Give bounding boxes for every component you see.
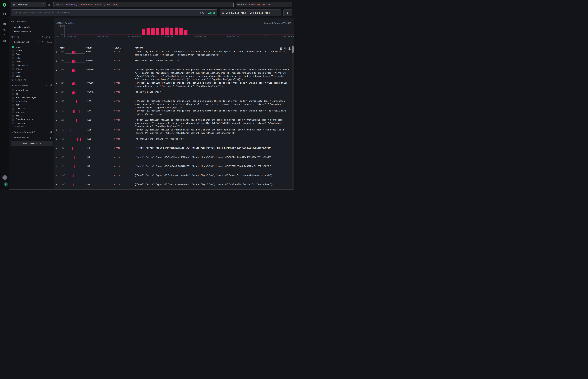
svg-text:9:30:00 AM: 9:30:00 AM — [227, 35, 239, 38]
svg-text:60: 60 — [62, 165, 64, 167]
svg-text:60: 60 — [62, 138, 64, 140]
svg-text:60: 60 — [62, 110, 64, 112]
svg-text:Sep 11 3:30:00 PM: Sep 11 3:30:00 PM — [55, 35, 76, 38]
svg-text:120: 120 — [61, 119, 64, 121]
svg-text:22K: 22K — [61, 69, 64, 71]
svg-text:180: 180 — [61, 100, 64, 102]
svg-text:6:00:00 AM: 6:00:00 AM — [194, 35, 206, 38]
svg-text:11:00:00 PM: 11:00:00 PM — [128, 35, 141, 38]
svg-text:60: 60 — [62, 184, 64, 186]
svg-text:22K: 22K — [61, 51, 64, 53]
svg-text:24K: 24K — [61, 60, 64, 62]
svg-text:2:30:00 AM: 2:30:00 AM — [161, 35, 173, 38]
svg-text:22K: 22K — [61, 91, 64, 93]
svg-text:7:30:00 PM: 7:30:00 PM — [95, 35, 108, 38]
svg-text:3:30:00 PM: 3:30:00 PM — [281, 35, 294, 38]
svg-text:60: 60 — [62, 147, 64, 149]
svg-text:60: 60 — [62, 156, 64, 158]
svg-text:22K: 22K — [61, 82, 64, 84]
svg-text:80K: 80K — [59, 25, 63, 27]
svg-text:60: 60 — [62, 174, 64, 177]
svg-text:60: 60 — [62, 129, 64, 131]
